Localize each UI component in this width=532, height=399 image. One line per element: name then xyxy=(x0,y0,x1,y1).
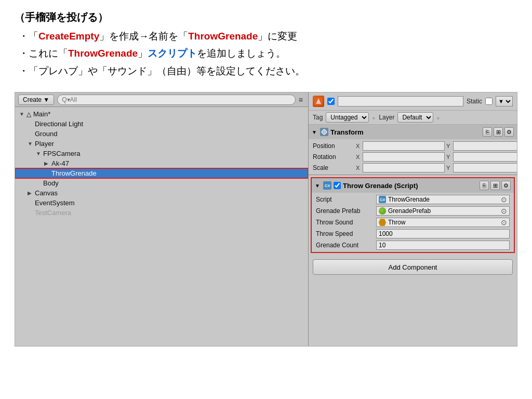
transform-copy-btn[interactable]: ⎘ xyxy=(483,127,492,137)
tree-item-ak47[interactable]: ▶ Ak-47 xyxy=(15,158,308,168)
rot-y-axis: Y xyxy=(446,154,451,160)
tree-item-ground[interactable]: Ground xyxy=(15,129,308,139)
transform-paste-btn[interactable]: ⊞ xyxy=(494,127,503,137)
scale-y-input[interactable]: 1 xyxy=(453,163,517,172)
prefab-reset-btn[interactable]: ⊙ xyxy=(501,207,507,215)
script-fields: Script C# ThrowGrenade ⊙ Grenade Prefab … xyxy=(312,193,514,252)
rotation-y-input[interactable]: 0 xyxy=(453,152,517,162)
throw-speed-label: Throw Speed xyxy=(316,229,373,238)
throw-sound-value[interactable]: Throw ⊙ xyxy=(376,218,510,227)
script-field-label: Script xyxy=(316,195,373,204)
script-enabled-checkbox[interactable] xyxy=(334,182,341,189)
hierarchy-toolbar: Create ▼ ≡ xyxy=(15,92,308,107)
tree-item-eventsystem[interactable]: EventSystem xyxy=(15,198,308,208)
pos-y-axis: Y xyxy=(446,143,451,149)
hierarchy-search[interactable] xyxy=(57,95,296,105)
top-text-area: （手榴弾を投げる） ・「CreateEmpty」を作成→名前を「ThrowGre… xyxy=(0,0,532,87)
transform-settings-btn[interactable]: ⚙ xyxy=(504,127,514,137)
scale-x-input[interactable]: 1 xyxy=(363,163,445,172)
script-copy-btn[interactable]: ⎘ xyxy=(480,181,489,190)
object-name-input[interactable]: ThrowGrenade xyxy=(338,96,463,107)
bullet-3: ・「プレハブ」や「サウンド」（自由）等を設定してください。 xyxy=(19,63,517,78)
scale-values: X 1 Y 1 Z 1 xyxy=(356,163,517,172)
transform-section: ▼ Transform ⎘ ⊞ ⚙ Position X 0 Y -0 xyxy=(309,125,517,175)
static-label: Static xyxy=(467,98,482,105)
transform-component-icon xyxy=(320,128,328,136)
tree-item-dirlight[interactable]: Directional Light xyxy=(15,119,308,129)
object-icon xyxy=(313,96,324,107)
grenade-count-input[interactable] xyxy=(376,241,510,250)
position-x-input[interactable]: 0 xyxy=(363,141,445,151)
scale-x-axis: X xyxy=(356,165,361,171)
tag-layer-row: Tag Untagged ⬦ Layer Default ⬦ xyxy=(309,111,517,125)
throw-speed-input[interactable] xyxy=(376,229,510,238)
script-component-title: Throw Grenade (Script) xyxy=(343,182,477,190)
static-checkbox[interactable] xyxy=(485,98,493,105)
label-body: Body xyxy=(43,179,59,187)
inspector-panel: ThrowGrenade Static ▼ Tag Untagged ⬦ Lay… xyxy=(309,92,517,346)
grenade-prefab-text: GrenadePrefab xyxy=(388,207,431,215)
label-main: Main* xyxy=(33,110,50,118)
label-fpscamera: FPSCamera xyxy=(43,150,81,157)
tag-select[interactable]: Untagged xyxy=(326,112,369,123)
arrow-fpscamera: ▼ xyxy=(36,151,43,156)
script-reset-btn[interactable]: ⊙ xyxy=(501,195,507,204)
tree-item-throwgrenade[interactable]: ThrowGrenade xyxy=(15,168,308,178)
rotation-label: Rotation xyxy=(313,152,354,162)
bullet-1: ・「CreateEmpty」を作成→名前を「ThrowGrenade」に変更 xyxy=(19,29,517,44)
prefab-icon xyxy=(379,207,386,215)
arrow-player: ▼ xyxy=(28,141,35,147)
csharp-icon: C# xyxy=(323,181,331,190)
hierarchy-panel: Create ▼ ≡ ▼ △ Main* Directional Light G… xyxy=(15,92,309,346)
label-dirlight: Directional Light xyxy=(35,120,83,128)
label-ak47: Ak-47 xyxy=(51,159,69,167)
transform-grid: Position X 0 Y -0.3 Z 1 Rotation X -35 Y… xyxy=(309,139,517,175)
sound-reset-btn[interactable]: ⊙ xyxy=(501,218,507,227)
script-component-header[interactable]: ▼ C# Throw Grenade (Script) ⎘ ⊞ ⚙ xyxy=(312,178,514,193)
tree-item-main[interactable]: ▼ △ Main* xyxy=(15,109,308,119)
layer-label: Layer xyxy=(379,114,394,121)
grenade-prefab-label: Grenade Prefab xyxy=(316,206,373,216)
cs-file-icon: C# xyxy=(379,196,386,203)
script-field-value[interactable]: C# ThrowGrenade ⊙ xyxy=(376,195,510,204)
inspector-header: ThrowGrenade Static ▼ xyxy=(309,92,517,111)
tree-item-testcamera[interactable]: TestCamera xyxy=(15,208,308,218)
throw-speed-value xyxy=(376,229,510,238)
transform-title: Transform xyxy=(330,128,481,136)
rotation-values: X -35 Y 0 Z 0 xyxy=(356,152,517,162)
label-eventsystem: EventSystem xyxy=(35,199,75,207)
add-component-button[interactable]: Add Component xyxy=(313,259,513,275)
label-player: Player xyxy=(35,140,54,148)
tree-item-fpscamera[interactable]: ▼ FPSCamera xyxy=(15,149,308,158)
position-values: X 0 Y -0.3 Z 1 xyxy=(356,141,517,151)
label-ground: Ground xyxy=(35,130,57,138)
scale-y-axis: Y xyxy=(446,165,451,171)
tree-item-player[interactable]: ▼ Player xyxy=(15,139,308,149)
tree-item-canvas[interactable]: ▶ Canvas xyxy=(15,188,308,198)
arrow-main: ▼ xyxy=(19,111,26,117)
object-active-checkbox[interactable] xyxy=(327,98,335,105)
hierarchy-content: ▼ △ Main* Directional Light Ground ▼ Pla… xyxy=(15,107,308,346)
script-paste-btn[interactable]: ⊞ xyxy=(490,181,500,190)
label-testcamera: TestCamera xyxy=(35,209,71,217)
layer-arrow: ⬦ xyxy=(436,114,440,121)
grenade-count-label: Grenade Count xyxy=(316,241,373,250)
tree-item-body[interactable]: Body xyxy=(15,178,308,188)
script-component-buttons: ⎘ ⊞ ⚙ xyxy=(480,181,511,190)
static-dropdown[interactable]: ▼ xyxy=(496,96,513,107)
create-empty-ref: CreateEmpty xyxy=(38,31,99,42)
tag-arrow: ⬦ xyxy=(372,114,376,121)
script-settings-btn[interactable]: ⚙ xyxy=(501,181,511,190)
position-y-input[interactable]: -0.3 xyxy=(453,141,517,151)
layer-select[interactable]: Default xyxy=(397,112,433,123)
pos-x-axis: X xyxy=(356,143,361,149)
transform-header[interactable]: ▼ Transform ⎘ ⊞ ⚙ xyxy=(309,125,517,139)
arrow-ak47: ▶ xyxy=(44,161,51,166)
hierarchy-options-icon[interactable]: ≡ xyxy=(299,96,305,104)
label-throwgrenade: ThrowGrenade xyxy=(51,169,97,177)
title-line: （手榴弾を投げる） xyxy=(15,9,517,25)
grenade-prefab-value[interactable]: GrenadePrefab ⊙ xyxy=(376,206,510,216)
rotation-x-input[interactable]: -35 xyxy=(363,152,445,162)
throw-grenade-ref1: ThrowGrenade xyxy=(188,31,258,42)
create-button[interactable]: Create ▼ xyxy=(18,95,54,105)
